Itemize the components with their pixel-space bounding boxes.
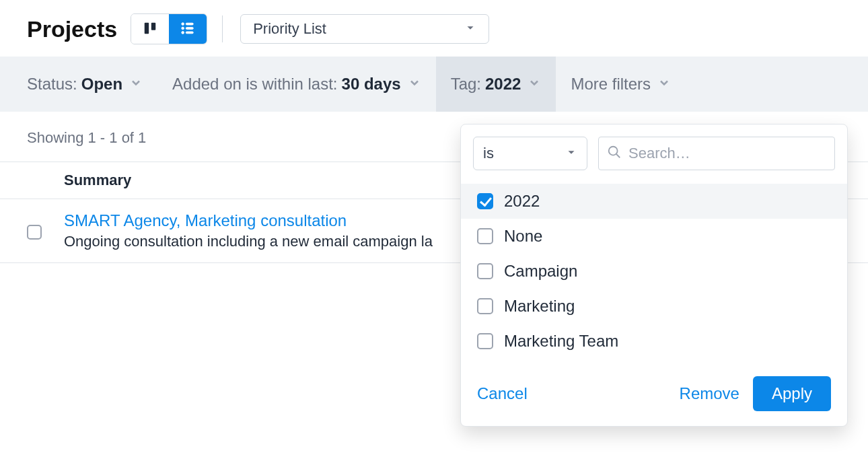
remove-button[interactable]: Remove [680,384,739,403]
tag-option-checkbox[interactable] [477,228,493,244]
filter-value: 2022 [485,75,521,94]
cancel-button[interactable]: Cancel [477,384,528,403]
list-selector-value: Priority List [253,20,326,38]
tag-option[interactable]: Marketing Team [461,324,847,359]
tag-search-input[interactable] [628,145,826,162]
board-view-button[interactable] [131,14,169,44]
tag-option-checkbox[interactable] [477,298,493,314]
filter-label: Tag: [451,75,481,94]
chevron-down-icon [528,75,541,94]
tag-option-checkbox[interactable] [477,193,493,209]
tag-option-label: Marketing [504,297,575,316]
filter-tag[interactable]: Tag: 2022 [436,57,556,112]
filter-value: 30 days [342,75,401,94]
page-title: Projects [27,16,117,42]
dropdown-controls: is [461,124,847,182]
filter-added-on[interactable]: Added on is within last: 30 days [172,57,421,112]
row-checkbox-cell [27,211,64,250]
page-header: Projects Priority List [0,0,868,57]
chevron-down-icon [657,75,671,94]
filter-value: Open [81,75,122,94]
tag-option[interactable]: 2022 [461,184,847,219]
search-icon [607,145,628,162]
dropdown-actions: Cancel Remove Apply [461,364,847,426]
svg-point-4 [182,27,184,30]
filter-label: Added on is within last: [172,75,337,94]
tag-option-label: 2022 [504,192,540,211]
svg-rect-1 [151,22,155,30]
list-selector[interactable]: Priority List [240,14,489,44]
svg-point-6 [182,31,184,34]
filter-label: Status: [27,75,77,94]
svg-rect-5 [186,27,193,29]
tag-option-checkbox[interactable] [477,333,493,349]
chevron-down-icon [129,75,143,94]
list-view-button[interactable] [169,14,207,44]
operator-select[interactable]: is [473,137,587,170]
tag-search-wrapper [598,137,835,170]
filter-status[interactable]: Status: Open [27,57,143,112]
svg-point-2 [182,22,184,25]
column-summary: Summary [64,172,131,189]
tag-option-label: None [504,227,542,246]
svg-rect-7 [186,32,193,34]
operator-value: is [483,145,494,162]
tag-option-label: Campaign [504,262,577,281]
caret-down-icon [565,145,577,162]
svg-point-8 [609,147,618,155]
board-icon [143,21,157,38]
svg-rect-3 [186,23,193,25]
tag-option-checkbox[interactable] [477,263,493,279]
tag-option-label: Marketing Team [504,332,618,351]
filter-bar: Status: Open Added on is within last: 30… [0,57,868,112]
divider [222,15,223,42]
apply-button[interactable]: Apply [753,376,831,411]
row-checkbox[interactable] [27,225,42,240]
svg-line-9 [616,154,620,158]
tag-option[interactable]: Campaign [461,254,847,289]
filter-label: More filters [571,75,651,94]
tag-option[interactable]: Marketing [461,289,847,324]
list-icon [180,21,195,38]
view-toggle [131,13,207,44]
filter-more[interactable]: More filters [571,57,671,112]
tag-options-list: 2022 None Campaign Marketing Marketing T… [461,182,847,364]
tag-filter-dropdown: is 2022 None Campaign Marketing Marketin… [460,124,848,427]
caret-down-icon [464,20,476,38]
tag-option[interactable]: None [461,219,847,254]
svg-rect-0 [145,22,149,34]
chevron-down-icon [408,75,421,94]
